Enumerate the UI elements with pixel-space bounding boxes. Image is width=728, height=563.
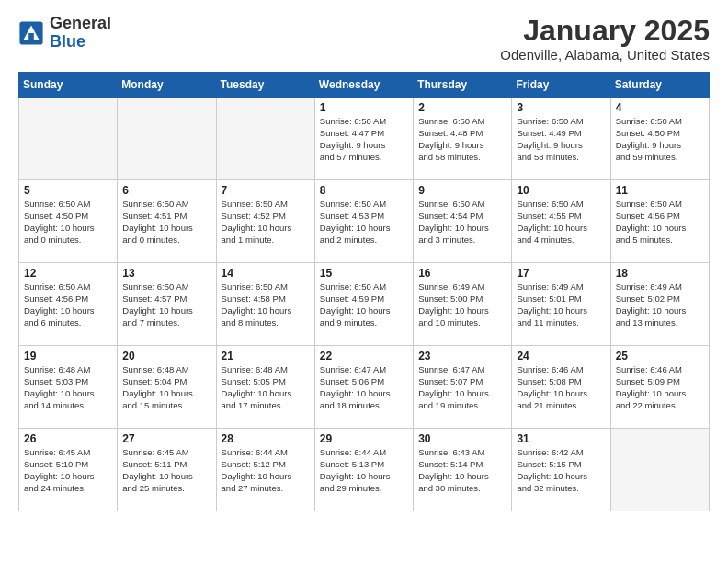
day-number: 29 — [320, 432, 408, 445]
day-info: Sunrise: 6:50 AM Sunset: 4:51 PM Dayligh… — [122, 199, 210, 246]
calendar-cell: 7Sunrise: 6:50 AM Sunset: 4:52 PM Daylig… — [216, 180, 314, 263]
calendar-cell: 29Sunrise: 6:44 AM Sunset: 5:13 PM Dayli… — [314, 429, 413, 511]
day-info: Sunrise: 6:48 AM Sunset: 5:04 PM Dayligh… — [122, 364, 210, 411]
weekday-header: Friday — [512, 73, 610, 98]
calendar-week-row: 5Sunrise: 6:50 AM Sunset: 4:50 PM Daylig… — [19, 180, 710, 263]
calendar-cell: 2Sunrise: 6:50 AM Sunset: 4:48 PM Daylig… — [414, 98, 512, 180]
day-number: 4 — [616, 101, 704, 114]
day-number: 18 — [616, 267, 704, 280]
day-info: Sunrise: 6:48 AM Sunset: 5:05 PM Dayligh… — [222, 364, 310, 411]
header: General Blue January 2025 Odenville, Ala… — [18, 15, 710, 63]
day-info: Sunrise: 6:45 AM Sunset: 5:11 PM Dayligh… — [122, 447, 210, 494]
calendar-cell: 24Sunrise: 6:46 AM Sunset: 5:08 PM Dayli… — [512, 346, 610, 429]
calendar-cell: 27Sunrise: 6:45 AM Sunset: 5:11 PM Dayli… — [118, 429, 216, 511]
day-number: 2 — [418, 101, 506, 114]
page-title: January 2025 — [500, 15, 710, 47]
day-info: Sunrise: 6:44 AM Sunset: 5:12 PM Dayligh… — [222, 447, 310, 494]
title-block: January 2025 Odenville, Alabama, United … — [500, 15, 710, 63]
calendar-cell: 30Sunrise: 6:43 AM Sunset: 5:14 PM Dayli… — [414, 429, 512, 511]
day-number: 6 — [122, 184, 210, 197]
weekday-header: Tuesday — [216, 73, 314, 98]
day-number: 10 — [517, 184, 605, 197]
calendar-cell: 5Sunrise: 6:50 AM Sunset: 4:50 PM Daylig… — [19, 180, 118, 263]
calendar-cell: 16Sunrise: 6:49 AM Sunset: 5:00 PM Dayli… — [414, 263, 512, 346]
day-number: 23 — [418, 350, 506, 362]
day-number: 8 — [320, 184, 408, 197]
calendar-cell: 4Sunrise: 6:50 AM Sunset: 4:50 PM Daylig… — [610, 98, 709, 180]
calendar-cell: 31Sunrise: 6:42 AM Sunset: 5:15 PM Dayli… — [512, 429, 610, 511]
calendar-cell: 23Sunrise: 6:47 AM Sunset: 5:07 PM Dayli… — [414, 346, 512, 429]
calendar-cell: 15Sunrise: 6:50 AM Sunset: 4:59 PM Dayli… — [314, 263, 413, 346]
day-number: 21 — [222, 350, 310, 362]
page: General Blue January 2025 Odenville, Ala… — [0, 0, 728, 526]
day-info: Sunrise: 6:50 AM Sunset: 4:55 PM Dayligh… — [517, 199, 605, 246]
day-number: 24 — [517, 350, 605, 362]
page-subtitle: Odenville, Alabama, United States — [500, 47, 710, 63]
day-number: 5 — [24, 184, 112, 197]
day-number: 15 — [320, 267, 408, 280]
calendar-cell: 22Sunrise: 6:47 AM Sunset: 5:06 PM Dayli… — [314, 346, 413, 429]
calendar-cell: 14Sunrise: 6:50 AM Sunset: 4:58 PM Dayli… — [216, 263, 314, 346]
calendar-cell — [19, 98, 118, 180]
weekday-header: Wednesday — [314, 73, 413, 98]
day-info: Sunrise: 6:50 AM Sunset: 4:50 PM Dayligh… — [24, 199, 112, 246]
day-info: Sunrise: 6:50 AM Sunset: 4:54 PM Dayligh… — [418, 199, 506, 246]
weekday-header: Thursday — [414, 73, 512, 98]
calendar-cell — [216, 98, 314, 180]
weekday-header: Monday — [118, 73, 216, 98]
calendar-cell: 18Sunrise: 6:49 AM Sunset: 5:02 PM Dayli… — [610, 263, 709, 346]
day-number: 17 — [517, 267, 605, 280]
day-number: 31 — [517, 432, 605, 445]
calendar-cell: 25Sunrise: 6:46 AM Sunset: 5:09 PM Dayli… — [610, 346, 709, 429]
day-number: 27 — [122, 432, 210, 445]
day-info: Sunrise: 6:50 AM Sunset: 4:58 PM Dayligh… — [222, 282, 310, 328]
day-info: Sunrise: 6:48 AM Sunset: 5:03 PM Dayligh… — [24, 364, 112, 411]
day-number: 22 — [320, 350, 408, 362]
calendar-week-row: 12Sunrise: 6:50 AM Sunset: 4:56 PM Dayli… — [19, 263, 710, 346]
calendar-header-row: SundayMondayTuesdayWednesdayThursdayFrid… — [19, 73, 710, 98]
calendar-cell: 28Sunrise: 6:44 AM Sunset: 5:12 PM Dayli… — [216, 429, 314, 511]
svg-rect-2 — [28, 33, 34, 40]
day-info: Sunrise: 6:42 AM Sunset: 5:15 PM Dayligh… — [517, 447, 605, 494]
day-info: Sunrise: 6:50 AM Sunset: 4:56 PM Dayligh… — [616, 199, 704, 246]
day-number: 13 — [122, 267, 210, 280]
logo-blue-text: Blue — [50, 32, 85, 51]
calendar-table: SundayMondayTuesdayWednesdayThursdayFrid… — [18, 72, 710, 511]
day-info: Sunrise: 6:45 AM Sunset: 5:10 PM Dayligh… — [24, 447, 112, 494]
day-number: 19 — [24, 350, 112, 362]
calendar-week-row: 19Sunrise: 6:48 AM Sunset: 5:03 PM Dayli… — [19, 346, 710, 429]
calendar-cell: 26Sunrise: 6:45 AM Sunset: 5:10 PM Dayli… — [19, 429, 118, 511]
day-info: Sunrise: 6:43 AM Sunset: 5:14 PM Dayligh… — [418, 447, 506, 494]
day-info: Sunrise: 6:50 AM Sunset: 4:49 PM Dayligh… — [517, 116, 605, 163]
day-info: Sunrise: 6:50 AM Sunset: 4:56 PM Dayligh… — [24, 282, 112, 328]
day-number: 14 — [222, 267, 310, 280]
calendar-cell: 11Sunrise: 6:50 AM Sunset: 4:56 PM Dayli… — [610, 180, 709, 263]
calendar-cell: 19Sunrise: 6:48 AM Sunset: 5:03 PM Dayli… — [19, 346, 118, 429]
logo-text: General Blue — [50, 15, 111, 52]
logo: General Blue — [18, 15, 111, 52]
day-number: 1 — [320, 101, 408, 114]
day-info: Sunrise: 6:49 AM Sunset: 5:02 PM Dayligh… — [616, 282, 704, 328]
weekday-header: Saturday — [610, 73, 709, 98]
calendar-cell: 10Sunrise: 6:50 AM Sunset: 4:55 PM Dayli… — [512, 180, 610, 263]
day-info: Sunrise: 6:44 AM Sunset: 5:13 PM Dayligh… — [320, 447, 408, 494]
day-number: 26 — [24, 432, 112, 445]
day-info: Sunrise: 6:50 AM Sunset: 4:59 PM Dayligh… — [320, 282, 408, 328]
calendar-cell: 20Sunrise: 6:48 AM Sunset: 5:04 PM Dayli… — [118, 346, 216, 429]
calendar-cell: 9Sunrise: 6:50 AM Sunset: 4:54 PM Daylig… — [414, 180, 512, 263]
day-info: Sunrise: 6:47 AM Sunset: 5:06 PM Dayligh… — [320, 364, 408, 411]
calendar-cell: 3Sunrise: 6:50 AM Sunset: 4:49 PM Daylig… — [512, 98, 610, 180]
calendar-cell: 8Sunrise: 6:50 AM Sunset: 4:53 PM Daylig… — [314, 180, 413, 263]
calendar-cell — [118, 98, 216, 180]
day-number: 30 — [418, 432, 506, 445]
day-info: Sunrise: 6:50 AM Sunset: 4:52 PM Dayligh… — [222, 199, 310, 246]
day-info: Sunrise: 6:46 AM Sunset: 5:08 PM Dayligh… — [517, 364, 605, 411]
weekday-header: Sunday — [19, 73, 118, 98]
day-info: Sunrise: 6:49 AM Sunset: 5:01 PM Dayligh… — [517, 282, 605, 328]
calendar-cell: 17Sunrise: 6:49 AM Sunset: 5:01 PM Dayli… — [512, 263, 610, 346]
calendar-cell: 6Sunrise: 6:50 AM Sunset: 4:51 PM Daylig… — [118, 180, 216, 263]
day-info: Sunrise: 6:50 AM Sunset: 4:47 PM Dayligh… — [320, 116, 408, 163]
calendar-cell — [610, 429, 709, 511]
day-number: 9 — [418, 184, 506, 197]
logo-general-text: General — [50, 14, 111, 32]
